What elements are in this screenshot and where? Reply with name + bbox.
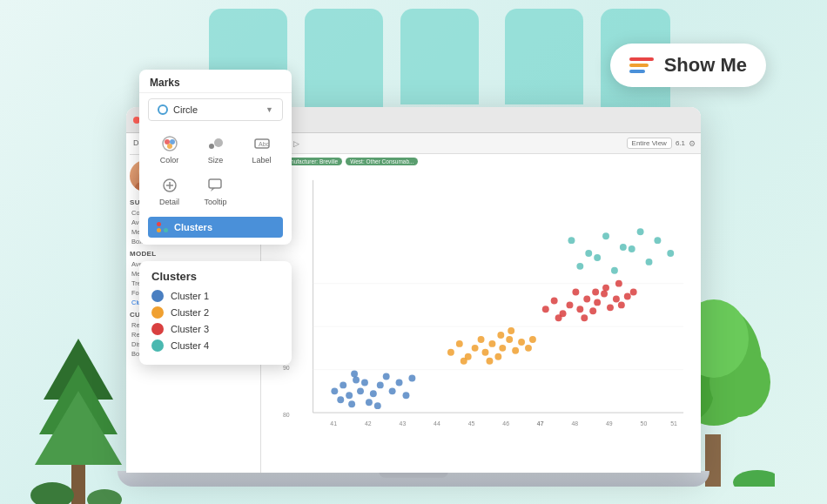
svg-point-39 [346, 392, 353, 399]
svg-point-108 [167, 144, 172, 149]
color-label: Color [160, 156, 179, 165]
show-me-button[interactable]: Show Me [610, 44, 766, 87]
tooltip-icon [205, 175, 226, 196]
cluster-2-label: Cluster 2 [171, 307, 209, 318]
svg-point-4 [30, 482, 74, 504]
svg-point-42 [357, 387, 364, 394]
svg-point-94 [585, 250, 592, 257]
svg-point-102 [646, 259, 653, 265]
svg-point-100 [611, 267, 618, 274]
clusters-btn-label: Clusters [174, 222, 212, 232]
svg-point-72 [529, 336, 536, 343]
marks-tooltip-cell[interactable]: Tooltip [194, 171, 237, 210]
svg-point-55 [447, 349, 454, 356]
clusters-legend-title: Clusters [151, 270, 279, 283]
svg-point-52 [396, 379, 403, 386]
svg-point-99 [594, 254, 601, 261]
svg-point-96 [620, 244, 627, 251]
cluster-4-label: Cluster 4 [171, 340, 209, 351]
deco-tab-3 [400, 9, 479, 104]
svg-point-44 [361, 379, 368, 386]
svg-point-106 [165, 139, 170, 144]
svg-point-86 [613, 295, 620, 302]
svg-point-77 [572, 289, 579, 296]
svg-point-5 [87, 489, 122, 504]
svg-text:42: 42 [365, 420, 372, 427]
cluster-1-dot [151, 290, 164, 302]
svg-point-89 [618, 301, 625, 308]
svg-text:Abc: Abc [259, 141, 270, 147]
cluster-4-dot [151, 339, 164, 352]
svg-point-81 [589, 307, 596, 314]
cluster-3-label: Cluster 3 [171, 324, 209, 334]
clusters-button[interactable]: Clusters [148, 217, 283, 238]
svg-text:41: 41 [330, 420, 337, 427]
bar-3 [629, 70, 645, 73]
svg-point-109 [209, 144, 214, 149]
marks-type-dropdown[interactable]: Circle ▼ [148, 98, 283, 121]
marks-size-cell[interactable]: Size [194, 130, 237, 168]
svg-point-82 [594, 299, 601, 306]
scatter-plot: 41 42 43 44 45 46 47 48 49 50 51 58 80 [279, 171, 692, 447]
svg-point-103 [654, 237, 661, 244]
size-icon [205, 133, 226, 154]
svg-point-59 [478, 336, 485, 343]
svg-text:46: 46 [502, 420, 509, 427]
svg-text:49: 49 [606, 420, 613, 427]
model-label: Model [130, 250, 257, 258]
svg-point-83 [601, 291, 608, 298]
svg-point-67 [512, 347, 519, 354]
svg-point-46 [377, 381, 384, 388]
svg-point-62 [488, 340, 495, 347]
tooltip-label: Tooltip [204, 198, 226, 206]
svg-point-88 [592, 289, 599, 296]
svg-point-101 [629, 245, 635, 252]
cluster-3-dot [151, 323, 164, 335]
svg-point-104 [667, 250, 674, 257]
svg-point-41 [337, 396, 344, 403]
svg-point-79 [576, 306, 583, 312]
svg-point-90 [624, 293, 631, 300]
svg-point-43 [348, 400, 355, 407]
marks-label-cell[interactable]: Abc Label [240, 130, 283, 168]
svg-point-60 [461, 358, 467, 365]
marks-grid: Color Size Abc Label [139, 126, 292, 217]
bar-2 [629, 64, 649, 67]
svg-text:44: 44 [434, 420, 440, 427]
svg-point-70 [497, 332, 504, 339]
svg-point-93 [568, 237, 575, 244]
marks-detail-cell[interactable]: Detail [148, 171, 191, 210]
svg-point-12 [733, 470, 775, 487]
chart-toolbar: ⟲ ⟳ ◁ ▷ Entire View 6.1 ⚙ [261, 133, 701, 154]
marks-panel: Marks Circle ▼ Color [139, 70, 292, 245]
svg-point-91 [615, 280, 622, 287]
label-icon: Abc [252, 133, 272, 154]
svg-point-53 [403, 392, 410, 399]
chart-area: ⟲ ⟳ ◁ ▷ Entire View 6.1 ⚙ Manufacturer: … [261, 133, 701, 473]
marks-color-cell[interactable]: Color [148, 130, 191, 168]
svg-point-68 [518, 339, 525, 346]
svg-point-107 [170, 139, 175, 144]
svg-point-71 [525, 345, 532, 352]
svg-point-48 [366, 399, 373, 406]
size-label: Size [208, 156, 224, 165]
svg-point-84 [581, 314, 588, 321]
filter-pills: Manufacturer: Breville West: Other Consu… [279, 158, 418, 165]
filter-pill-2[interactable]: West: Other Consumab... [346, 158, 418, 165]
chart-toolbar-icon[interactable]: ⚙ [689, 139, 696, 148]
svg-point-80 [583, 295, 590, 302]
deco-tab-4 [505, 9, 583, 104]
svg-point-74 [551, 297, 558, 304]
tree-left [26, 330, 131, 504]
svg-point-65 [506, 336, 513, 343]
view-label[interactable]: Entire View [627, 138, 672, 149]
svg-rect-116 [209, 179, 221, 188]
cluster-item-4: Cluster 4 [151, 339, 279, 352]
svg-point-95 [602, 232, 609, 239]
svg-point-47 [383, 373, 390, 380]
svg-text:50: 50 [641, 420, 648, 427]
label-label: Label [252, 156, 271, 165]
marks-title: Marks [139, 70, 292, 93]
svg-point-73 [542, 306, 549, 312]
clusters-dots-icon [157, 222, 169, 232]
